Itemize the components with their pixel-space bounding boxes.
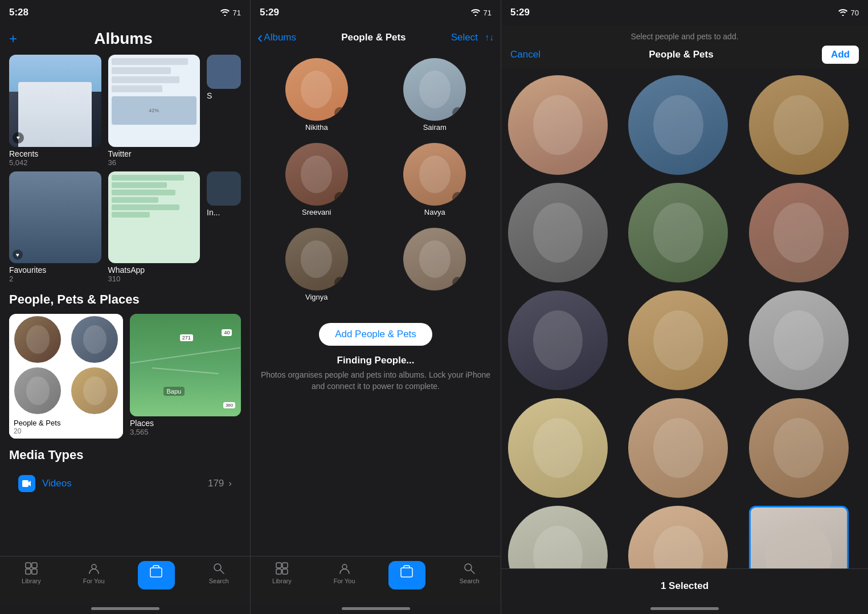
battery-icon-1: 71 — [233, 9, 241, 17]
name-vignya: Vignya — [305, 293, 328, 301]
checkmark-sairam: ✓ — [452, 107, 464, 118]
select-person-14[interactable] — [628, 506, 728, 568]
album-thumb-partial — [207, 55, 241, 89]
add-button[interactable]: Add — [822, 46, 859, 64]
tab-label-foryou-2: For You — [334, 578, 355, 584]
select-person-8[interactable] — [628, 290, 728, 390]
status-icons-3: 70 — [838, 9, 859, 17]
add-people-button[interactable]: Add People & Pets — [319, 323, 432, 346]
finding-title: Finding People... — [260, 355, 492, 366]
albums-scroll-area[interactable]: ♥ Recents 5,042 42% Twitter — [0, 55, 250, 556]
album-partial[interactable]: S — [207, 55, 241, 167]
home-indicator-1 — [0, 603, 250, 614]
tab-label-foryou-1: For You — [83, 578, 105, 584]
avatar-vignya: ✓ — [285, 228, 348, 290]
back-to-albums-button[interactable]: Albums — [257, 30, 296, 46]
name-navya: Navya — [424, 208, 445, 216]
people-scroll[interactable]: ✓ Nikitha ✓ Sairam ✓ Sreevani — [251, 50, 501, 556]
people-pets-grid — [9, 314, 123, 416]
foryou-icon — [87, 561, 101, 576]
places-tile[interactable]: 271 40 Bapu 360 Places 3,565 — [130, 314, 241, 439]
album-thumb-twitter: 42% — [108, 55, 200, 147]
select-button[interactable]: Select — [451, 32, 478, 43]
album-count-recents: 5,042 — [9, 158, 101, 167]
battery-icon-3: 70 — [851, 9, 859, 17]
tab-search-2[interactable]: Search — [438, 561, 501, 584]
person-nikitha[interactable]: ✓ Nikitha — [260, 55, 374, 135]
album-name-twitter: Twitter — [108, 149, 200, 158]
checkmark-vignya: ✓ — [334, 277, 346, 288]
avatar-sairam: ✓ — [403, 58, 466, 121]
tab-library-1[interactable]: Library — [0, 561, 63, 584]
tab-library-2[interactable]: Library — [251, 561, 313, 584]
status-time-1: 5:28 — [9, 7, 28, 18]
tab-albums-2[interactable]: Albums — [376, 561, 439, 590]
videos-row[interactable]: Videos 179 › — [9, 469, 241, 498]
modal-title: People & Pets — [649, 49, 713, 60]
tab-albums-1[interactable]: Albums — [125, 561, 188, 590]
add-album-button[interactable]: + — [9, 31, 17, 47]
videos-icon — [18, 475, 35, 492]
name-sreevani: Sreevani — [302, 208, 331, 216]
album-twitter[interactable]: 42% Twitter 36 — [108, 55, 200, 167]
cancel-button[interactable]: Cancel — [510, 49, 541, 60]
tab-label-library-2: Library — [272, 578, 292, 584]
section-media-types: Media Types — [9, 448, 241, 462]
svg-rect-2 — [32, 563, 37, 568]
tab-label-albums-2: Albums — [396, 580, 417, 587]
wifi-icon-2 — [471, 9, 480, 16]
select-person-6[interactable] — [749, 183, 849, 283]
status-time-3: 5:29 — [510, 7, 530, 18]
album-recents[interactable]: ♥ Recents 5,042 — [9, 55, 101, 167]
status-time-2: 5:29 — [260, 7, 279, 18]
heart-fav-icon: ♥ — [13, 249, 23, 260]
people-pets-tile[interactable]: People & Pets 20 — [9, 314, 123, 439]
album-whatsapp[interactable]: WhatsApp 310 — [108, 171, 200, 284]
person-sreevani[interactable]: ✓ Sreevani — [260, 140, 374, 220]
select-person-15-selected[interactable]: ✓ — [749, 506, 849, 568]
person-unknown[interactable]: ✓ — [378, 224, 492, 305]
album-count-favourites: 2 — [9, 275, 101, 283]
svg-rect-8 — [276, 563, 281, 568]
tab-search-1[interactable]: Search — [187, 561, 250, 584]
select-person-3[interactable] — [749, 75, 849, 175]
nav-bar-2: Albums People & Pets Select — [251, 25, 501, 50]
home-indicator-3 — [501, 603, 868, 614]
selection-bar: 1 Selected — [501, 568, 868, 603]
album-partial2[interactable]: In... — [207, 171, 241, 284]
svg-rect-0 — [22, 480, 28, 487]
checkmark-unknown: ✓ — [452, 277, 464, 288]
select-scroll[interactable]: ✓ — [501, 68, 868, 568]
select-person-7[interactable] — [508, 290, 608, 390]
albums-title: Albums — [17, 30, 230, 48]
tab-label-search-2: Search — [460, 578, 480, 584]
select-person-9[interactable] — [749, 290, 849, 390]
select-person-1[interactable] — [508, 75, 608, 175]
album-favourites[interactable]: ♥ Favourites 2 — [9, 171, 101, 284]
svg-rect-11 — [282, 569, 288, 574]
tab-foryou-1[interactable]: For You — [63, 561, 125, 584]
select-person-13[interactable] — [508, 506, 608, 568]
wifi-icon-3 — [838, 9, 847, 16]
avatar-sreevani: ✓ — [285, 143, 348, 206]
home-bar-3 — [650, 607, 719, 610]
checkmark-navya: ✓ — [452, 192, 464, 203]
select-person-11[interactable] — [628, 398, 728, 498]
person-vignya[interactable]: ✓ Vignya — [260, 224, 374, 305]
select-person-12[interactable] — [749, 398, 849, 498]
sort-button[interactable] — [485, 32, 494, 43]
avatar-navya: ✓ — [403, 143, 466, 206]
svg-point-5 — [92, 564, 96, 569]
select-person-5[interactable] — [628, 183, 728, 283]
status-bar-1: 5:28 71 — [0, 0, 250, 25]
select-person-10[interactable] — [508, 398, 608, 498]
search-icon-2 — [462, 561, 477, 576]
person-navya[interactable]: ✓ Navya — [378, 140, 492, 220]
modal-nav: Cancel People & Pets Add — [510, 46, 859, 64]
select-person-4[interactable] — [508, 183, 608, 283]
face-topleft — [14, 316, 61, 363]
album-name-favourites: Favourites — [9, 265, 101, 275]
select-person-2[interactable] — [628, 75, 728, 175]
person-sairam[interactable]: ✓ Sairam — [378, 55, 492, 135]
tab-foryou-2[interactable]: For You — [313, 561, 376, 584]
